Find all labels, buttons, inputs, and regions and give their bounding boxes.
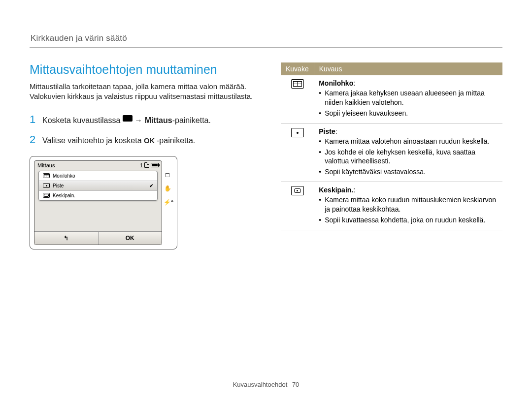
list-item-piste[interactable]: Piste ✔ [39,181,157,190]
cell-icon [281,75,314,123]
step-2: 2 Valitse vaihtoehto ja kosketa OK -pain… [30,131,261,148]
option-name: Piste [319,127,335,135]
ok-icon: OK [144,136,155,145]
list-item-monilohko[interactable]: Monilohko [39,171,157,181]
step-2-pre: Valitse vaihtoehto ja kosketa [42,136,144,145]
bullet: Sopii yleiseen kuvaukseen. [319,109,498,118]
table-row: Piste: Kamera mittaa valotehon ainoastaa… [281,123,502,182]
th-icon: Kuvake [281,62,314,75]
step-2-suffix: -painiketta. [157,136,195,145]
metering-description-table: Kuvake Kuvaus Monilohko: Kamera jakaa ke… [281,62,502,230]
camera-screenshot: Mittaus 1 Monilohko Piste ✔ [30,156,177,249]
ok-button[interactable]: OK [99,232,162,245]
screen-title: Mittaus [37,162,55,168]
table-row: Keskipain.: Kamera mittaa koko ruudun mi… [281,182,502,230]
multi-icon [291,79,304,89]
multi-icon [43,173,50,178]
step-number: 1 [30,111,42,128]
bullet: Sopii käytettäväksi vastavalossa. [319,167,498,177]
hand-icon: ✋ [164,185,171,192]
center-icon [43,193,50,198]
spot-icon [291,128,304,137]
back-button[interactable]: ↰ [34,232,99,245]
list-item-keskipain[interactable]: Keskipain. [39,190,157,200]
cell-icon [281,123,314,182]
arrow-right-icon: → [134,116,142,124]
cell-desc: Monilohko: Kamera jakaa kehyksen useaan … [314,75,502,123]
menu-icon [123,115,133,122]
step-1-bold: Mittaus [145,116,172,124]
page-number: 70 [292,381,299,388]
step-1: 1 Kosketa kuvaustilassa → Mittaus-painik… [30,111,261,128]
breadcrumb: Kirkkauden ja värin säätö [30,16,502,48]
center-icon [291,186,304,195]
table-row: Monilohko: Kamera jakaa kehyksen useaan … [281,75,502,123]
cell-icon [281,182,314,230]
list-item-label: Monilohko [53,173,75,179]
step-1-suffix: -painiketta. [172,116,211,124]
check-icon: ✔ [149,183,153,188]
list-item-label: Keskipain. [53,193,75,198]
option-name: Keskipain. [319,186,353,194]
battery-icon [151,163,159,167]
side-icon-strip: ◻ ✋ ⚡ᴬ [162,160,173,245]
page-title: Mittausvaihtoehtojen muuttaminen [30,62,261,77]
cell-desc: Piste: Kamera mittaa valotehon ainoastaa… [314,123,502,182]
step-1-pre: Kosketa kuvaustilassa [42,116,123,124]
list-item-label: Piste [53,183,64,188]
page-footer: Kuvausvaihtoehdot 70 [0,381,532,388]
metering-list: Monilohko Piste ✔ Keskipain. [38,171,158,201]
bullet: Sopii kuvattaessa kohdetta, joka on ruud… [319,216,498,225]
flash-auto-icon: ⚡ᴬ [164,199,171,206]
sd-card-icon [144,162,149,168]
image-counter: 1 [140,162,143,168]
bullet: Kamera jakaa kehyksen useaan alueeseen j… [319,89,498,107]
spot-icon [43,183,50,188]
th-desc: Kuvaus [314,62,502,75]
option-name: Monilohko [319,79,353,87]
bullet: Kamera mittaa koko ruudun mittauslukemie… [319,195,498,214]
bullet: Jos kohde ei ole kehyksen keskellä, kuva… [319,148,498,166]
step-number: 2 [30,131,42,148]
intro-text: Mittaustilalla tarkoitetaan tapaa, jolla… [30,82,261,102]
footer-section: Kuvausvaihtoehdot [233,381,288,388]
cell-desc: Keskipain.: Kamera mittaa koko ruudun mi… [314,182,502,230]
bullet: Kamera mittaa valotehon ainoastaan ruudu… [319,137,498,146]
exposure-icon: ◻ [164,171,171,178]
